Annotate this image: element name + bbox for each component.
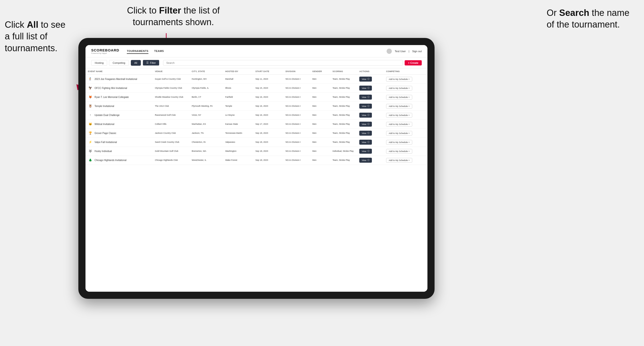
view-button[interactable]: View ⓘ	[359, 158, 372, 163]
division-cell: NCAA Division I	[283, 156, 310, 165]
col-header-division: DIVISION	[283, 68, 310, 75]
col-header-hosted: HOSTED BY	[223, 68, 253, 75]
start-date-cell: Sep 18, 2023	[253, 138, 283, 147]
team-logo: 🏌️	[88, 77, 92, 82]
nav-teams[interactable]: TEAMS	[154, 49, 164, 54]
hosting-tab[interactable]: Hosting	[91, 60, 107, 66]
venue-cell: Olympia Fields Country Club	[152, 84, 189, 93]
add-to-schedule-button[interactable]: Add to My Schedule +	[386, 95, 412, 100]
event-name: Upstate Dual Challenge	[94, 114, 120, 117]
view-button[interactable]: View ⓘ	[359, 113, 372, 118]
add-to-schedule-button[interactable]: Add to My Schedule +	[386, 140, 412, 145]
add-to-schedule-button[interactable]: Add to My Schedule +	[386, 104, 412, 109]
app-logo: SCOREBOARD Powered by clippd	[91, 48, 119, 54]
team-logo: 🦉	[88, 104, 92, 109]
separator: |	[409, 50, 410, 53]
annotation-top-center: Click to Filter the list of tournaments …	[114, 5, 233, 28]
table-row: 🏆 Grover Page Classic Jackson Country Cl…	[86, 129, 428, 138]
gender-cell: Men	[310, 75, 330, 84]
add-to-schedule-button[interactable]: Add to My Schedule +	[386, 122, 412, 127]
venue-cell: Chicago Highlands Club	[152, 156, 189, 165]
tournaments-table-container: EVENT NAME VENUE CITY, STATE HOSTED BY S…	[86, 68, 428, 292]
venue-cell: The 1912 Club	[152, 102, 189, 111]
team-logo: 🦅	[88, 86, 92, 91]
add-to-schedule-button[interactable]: Add to My Schedule +	[386, 113, 412, 118]
add-to-schedule-button[interactable]: Add to My Schedule +	[386, 86, 412, 91]
venue-cell: Ravenwood Golf Club	[152, 111, 189, 120]
view-button[interactable]: View ⓘ	[359, 77, 372, 82]
info-icon: ⓘ	[367, 96, 370, 99]
table-header: EVENT NAME VENUE CITY, STATE HOSTED BY S…	[86, 68, 428, 75]
event-name: Husky Individual	[94, 150, 112, 153]
add-to-schedule-button[interactable]: Add to My Schedule +	[386, 131, 412, 136]
team-logo: 🦊	[88, 95, 92, 100]
competing-cell: Add to My Schedule +	[384, 138, 428, 147]
view-button[interactable]: View ⓘ	[359, 122, 372, 127]
create-button[interactable]: + Create	[405, 60, 422, 65]
table-row: ⚡ Valpo Fall Invitational Sand Creek Cou…	[86, 138, 428, 147]
col-header-city: CITY, STATE	[189, 68, 223, 75]
competing-tab[interactable]: Competing	[109, 60, 129, 66]
filter-label: Filter	[150, 61, 156, 64]
info-icon: ⓘ	[367, 159, 370, 162]
competing-cell: Add to My Schedule +	[384, 147, 428, 156]
view-button[interactable]: View ⓘ	[359, 104, 372, 109]
avatar	[386, 49, 392, 54]
info-icon: ⓘ	[367, 132, 370, 135]
sign-out-link[interactable]: Sign out	[412, 50, 422, 53]
actions-cell: View ⓘ	[357, 75, 384, 84]
search-input[interactable]	[163, 60, 403, 66]
city-cell: Bremerton, WA	[189, 147, 223, 156]
gender-cell: Men	[310, 156, 330, 165]
venue-cell: Colbert Hills	[152, 120, 189, 129]
view-button[interactable]: View ⓘ	[359, 149, 372, 154]
actions-cell: View ⓘ	[357, 102, 384, 111]
view-button[interactable]: View ⓘ	[359, 140, 372, 145]
city-cell: Berlin, CT	[189, 93, 223, 102]
hosted-by-cell: Wake Forest	[223, 156, 253, 165]
start-date-cell: Sep 16, 2023	[253, 93, 283, 102]
filter-button[interactable]: ☰ Filter	[143, 60, 159, 66]
division-cell: NCAA Division I	[283, 93, 310, 102]
scoring-cell: Team, Stroke Play	[330, 102, 357, 111]
city-cell: Chesterton, IN	[189, 138, 223, 147]
gender-cell: Men	[310, 147, 330, 156]
start-date-cell: Sep 16, 2023	[253, 111, 283, 120]
scoring-cell: Team, Stroke Play	[330, 84, 357, 93]
table-row: 🏌️ 2023 Joe Feaganes Marshall Invitation…	[86, 75, 428, 84]
all-tab[interactable]: All	[131, 60, 141, 66]
gender-cell: Men	[310, 129, 330, 138]
hosted-by-cell: Washington	[223, 147, 253, 156]
scoring-cell: Team, Stroke Play	[330, 138, 357, 147]
table-row: 🦉 Temple Invitational The 1912 Club Plym…	[86, 102, 428, 111]
competing-cell: Add to My Schedule +	[384, 156, 428, 165]
event-name: Valpo Fall Invitational	[94, 141, 117, 144]
scoring-cell: Team, Stroke Play	[330, 111, 357, 120]
col-header-scoring: SCORING	[330, 68, 357, 75]
add-to-schedule-button[interactable]: Add to My Schedule +	[386, 158, 412, 163]
event-name: Temple Invitational	[94, 105, 114, 108]
city-cell: Huntington, WV	[189, 75, 223, 84]
start-date-cell: Sep 18, 2023	[253, 156, 283, 165]
add-to-schedule-button[interactable]: Add to My Schedule +	[386, 77, 412, 82]
view-button[interactable]: View ⓘ	[359, 131, 372, 136]
user-name: Test User	[395, 50, 406, 53]
event-name: OFCC Fighting Illini Invitational	[94, 87, 127, 90]
hosted-by-cell: Marshall	[223, 75, 253, 84]
start-date-cell: Sep 17, 2023	[253, 120, 283, 129]
start-date-cell: Sep 15, 2023	[253, 84, 283, 93]
view-button[interactable]: View ⓘ	[359, 95, 372, 100]
event-name: Ryan T. Lee Memorial Collegiate	[94, 96, 129, 99]
hosted-by-cell: Illinois	[223, 84, 253, 93]
actions-cell: View ⓘ	[357, 120, 384, 129]
add-to-schedule-button[interactable]: Add to My Schedule +	[386, 149, 412, 154]
scoring-cell: Team, Stroke Play	[330, 75, 357, 84]
view-button[interactable]: View ⓘ	[359, 86, 372, 91]
table-body: 🏌️ 2023 Joe Feaganes Marshall Invitation…	[86, 75, 428, 165]
scoring-cell: Team, Stroke Play	[330, 120, 357, 129]
nav-tournaments[interactable]: TOURNAMENTS	[127, 49, 148, 54]
start-date-cell: Sep 18, 2023	[253, 147, 283, 156]
team-logo: 🏆	[88, 131, 92, 136]
division-cell: NCAA Division I	[283, 129, 310, 138]
competing-cell: Add to My Schedule +	[384, 93, 428, 102]
